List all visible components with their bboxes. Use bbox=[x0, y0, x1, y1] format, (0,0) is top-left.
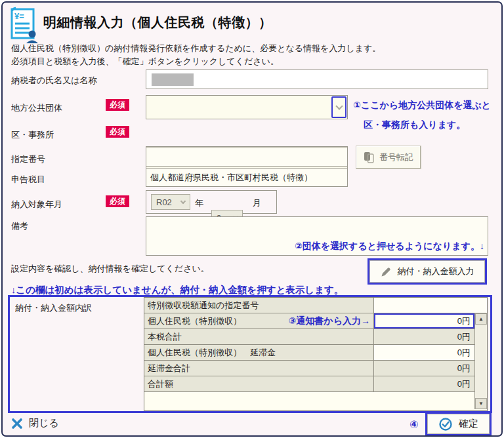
scroll-up-button[interactable]: ▲ bbox=[475, 313, 487, 325]
annotation-2: ②団体を選択すると押せるようになります。↓ bbox=[295, 241, 484, 252]
designated-number-label: 指定番号 bbox=[11, 153, 45, 165]
page-title: 明細情報入力（個人住民税（特徴）） bbox=[43, 14, 272, 31]
tax-item-field: 個人都道府県民税・市区町村民税（特徴） bbox=[146, 168, 348, 187]
tax-item-value: 個人都道府県民税・市区町村民税（特徴） bbox=[150, 172, 312, 184]
close-label: 閉じる bbox=[29, 417, 59, 429]
amount-input-button-highlight: 納付・納入金額入力 bbox=[368, 258, 487, 285]
chevron-down-icon bbox=[335, 102, 343, 110]
row-value-readonly: 0円 bbox=[374, 376, 474, 391]
close-button[interactable]: 閉じる bbox=[11, 417, 59, 429]
amount-input-label: 納付・納入金額入力 bbox=[398, 266, 474, 277]
ward-office-label: 区・事務所 bbox=[11, 129, 54, 141]
transfer-number-label: 番号転記 bbox=[379, 151, 413, 163]
triangle-down-icon: ▼ bbox=[478, 401, 484, 407]
payment-period-required-badge: 必須 bbox=[106, 195, 129, 207]
annotation-4: ③通知書から入力→ bbox=[288, 315, 370, 327]
municipality-label: 地方公共団体 bbox=[11, 102, 62, 114]
table-empty-area bbox=[144, 392, 474, 409]
transfer-number-button[interactable]: 番号転記 bbox=[356, 146, 421, 169]
row-value-input[interactable] bbox=[374, 298, 487, 313]
row-label: 延滞金合計 bbox=[144, 361, 374, 376]
chevron-down-icon bbox=[180, 198, 186, 203]
svg-text:¥=: ¥= bbox=[14, 11, 24, 21]
year-select-button[interactable] bbox=[177, 195, 189, 209]
table-scroll-body: 個人住民税（特別徴収） ③通知書から入力→ 0円 本税合計 0円 個人住民税（特… bbox=[144, 313, 487, 409]
table-row: 延滞金合計 0円 bbox=[144, 361, 474, 376]
copy-icon bbox=[364, 151, 374, 163]
row-value-input[interactable]: 0円 bbox=[374, 313, 474, 328]
year-select[interactable]: R02 bbox=[151, 194, 190, 210]
triangle-up-icon: ▲ bbox=[478, 316, 484, 322]
row-label: 特別徴収税額通知の指定番号 bbox=[144, 298, 374, 313]
check-circle-icon bbox=[438, 417, 453, 431]
table-row: 個人住民税（特別徴収） ③通知書から入力→ 0円 bbox=[144, 313, 474, 329]
table-row: 個人住民税（特別徴収） 延滞金 0円 bbox=[144, 345, 474, 361]
taxpayer-name-label: 納税者の氏名又は名称 bbox=[11, 75, 97, 87]
designated-number-field[interactable] bbox=[146, 148, 348, 167]
row-value-readonly: 0円 bbox=[374, 329, 474, 344]
municipality-dropdown-button[interactable] bbox=[331, 96, 346, 118]
redacted-name-value bbox=[152, 73, 194, 86]
table-row: 合計額 0円 bbox=[144, 376, 474, 392]
confirm-button-highlight: 確定 bbox=[425, 412, 492, 436]
year-value: R02 bbox=[156, 197, 172, 207]
ward-office-required-badge: 必須 bbox=[106, 126, 129, 138]
confirm-label: 確定 bbox=[459, 418, 478, 430]
row-value-input[interactable]: 0円 bbox=[374, 345, 474, 360]
payment-period-label: 納入対象年月 bbox=[11, 199, 62, 210]
description-line-2: 必須項目と税額を入力後、「確定」ボタンをクリックしてください。 bbox=[11, 56, 279, 68]
table-row: 本税合計 0円 bbox=[144, 329, 474, 345]
breakdown-label: 納付・納入金額内訳 bbox=[15, 302, 92, 314]
remarks-label: 備考 bbox=[11, 220, 28, 232]
breakdown-section: 納付・納入金額内訳 特別徴収税額通知の指定番号 個人住民税（特別徴収） ③通知書… bbox=[8, 295, 492, 413]
payment-period-group: R02 年 9 月 bbox=[146, 190, 277, 214]
confirm-instruction: 設定内容を確認し、納付情報を確定してください。 bbox=[11, 263, 209, 275]
row-value-readonly: 0円 bbox=[374, 361, 474, 376]
close-icon bbox=[11, 418, 23, 429]
row-label-with-annotation: 個人住民税（特別徴収） ③通知書から入力→ bbox=[144, 313, 374, 328]
annotation-1-line-2: 区・事務所も入ります。 bbox=[364, 119, 465, 131]
taxpayer-name-field[interactable] bbox=[146, 70, 488, 89]
annotation-5: ④ bbox=[410, 418, 419, 431]
table-row: 特別徴収税額通知の指定番号 bbox=[144, 298, 487, 313]
detail-input-icon: ¥= bbox=[9, 7, 39, 46]
municipality-dropdown[interactable] bbox=[146, 95, 348, 119]
row-label: 個人住民税（特別徴収） 延滞金 bbox=[144, 345, 374, 360]
dialog-window: ¥= 明細情報入力（個人住民税（特徴）） 個人住民税（特別徴収）の納付情報発行依… bbox=[1, 1, 503, 437]
row-label: 個人住民税（特別徴収） bbox=[148, 315, 242, 327]
description-line-1: 個人住民税（特別徴収）の納付情報発行依頼を作成するために、必要となる情報を入力し… bbox=[11, 43, 381, 54]
scroll-down-button[interactable]: ▼ bbox=[475, 398, 487, 409]
row-label: 本税合計 bbox=[144, 329, 374, 344]
municipality-required-badge: 必須 bbox=[106, 99, 129, 111]
annotation-1-line-1: ①ここから地方公共団体を選ぶと bbox=[353, 100, 491, 111]
year-unit-label: 年 bbox=[195, 197, 203, 209]
confirm-button[interactable]: 確定 bbox=[427, 414, 490, 434]
remarks-textarea[interactable]: ②団体を選択すると押せるようになります。↓ bbox=[146, 216, 488, 256]
table-rows: 個人住民税（特別徴収） ③通知書から入力→ 0円 本税合計 0円 個人住民税（特… bbox=[144, 313, 474, 409]
tax-item-label: 申告税目 bbox=[11, 174, 45, 186]
breakdown-table: 特別徴収税額通知の指定番号 個人住民税（特別徴収） ③通知書から入力→ 0円 本… bbox=[144, 297, 488, 411]
month-unit-label: 月 bbox=[253, 197, 261, 209]
pencil-icon bbox=[381, 266, 392, 277]
row-label: 合計額 bbox=[144, 376, 374, 391]
table-scrollbar[interactable]: ▲ ▼ bbox=[474, 313, 487, 409]
amount-input-button[interactable]: 納付・納入金額入力 bbox=[369, 260, 485, 283]
